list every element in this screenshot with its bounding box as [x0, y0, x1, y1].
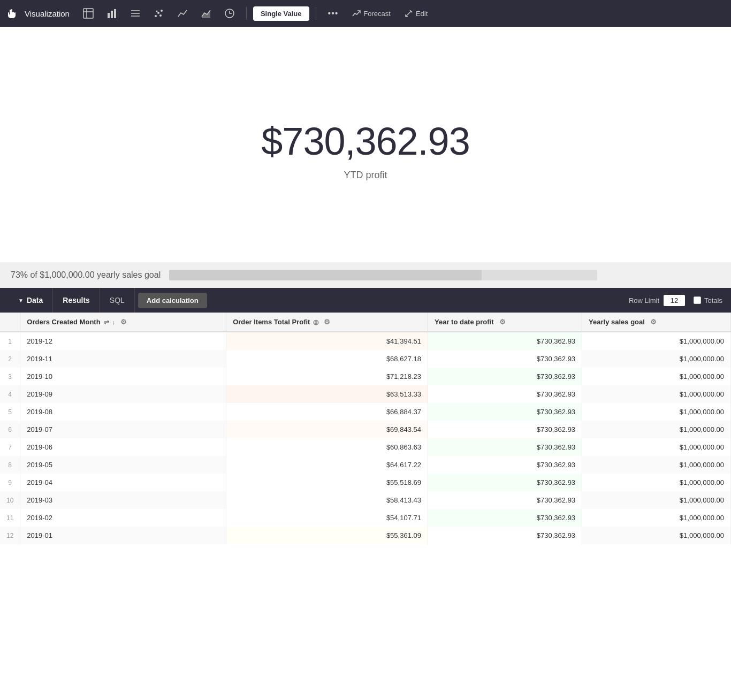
cell-profit: $54,107.71: [226, 509, 428, 527]
cell-goal: $1,000,000.00: [582, 332, 731, 350]
hand-icon: [6, 8, 17, 19]
total-profit-filter-icon[interactable]: ◎: [313, 318, 318, 326]
cell-ytd: $730,362.93: [428, 332, 582, 350]
data-panel-header: ▼ Data Results SQL Add calculation Row L…: [0, 288, 731, 313]
cell-row-num: 1: [0, 332, 20, 350]
cell-goal: $1,000,000.00: [582, 509, 731, 527]
edit-btn[interactable]: Edit: [399, 6, 433, 21]
scatter-btn[interactable]: [149, 4, 169, 22]
cell-profit: $60,863.63: [226, 438, 428, 456]
goal-bar-track: [169, 270, 597, 280]
totals-checkbox[interactable]: [694, 296, 701, 304]
cell-goal: $1,000,000.00: [582, 403, 731, 421]
sort-desc-icon[interactable]: ↓: [112, 319, 116, 325]
more-btn[interactable]: •••: [323, 5, 344, 21]
cell-ytd: $730,362.93: [428, 527, 582, 544]
cell-goal: $1,000,000.00: [582, 385, 731, 403]
cell-month: 2019-09: [20, 385, 226, 403]
svg-point-10: [157, 12, 159, 14]
orders-month-gear-icon[interactable]: ⚙: [118, 318, 129, 326]
forecast-icon: [352, 9, 361, 18]
svg-point-13: [156, 11, 157, 12]
table-row: 3 2019-10 $71,218.23 $730,362.93 $1,000,…: [0, 368, 731, 385]
svg-line-17: [407, 11, 411, 15]
data-table-wrapper: Orders Created Month ⇌ ↓ ⚙ Order Items T…: [0, 313, 731, 544]
cell-profit: $68,627.18: [226, 350, 428, 368]
yearly-goal-gear-icon[interactable]: ⚙: [648, 318, 659, 326]
data-table: Orders Created Month ⇌ ↓ ⚙ Order Items T…: [0, 313, 731, 544]
more-dots: •••: [328, 9, 339, 18]
cell-row-num: 2: [0, 350, 20, 368]
cell-ytd: $730,362.93: [428, 350, 582, 368]
cell-ytd: $730,362.93: [428, 474, 582, 491]
cell-row-num: 8: [0, 456, 20, 474]
logo-area: [6, 8, 17, 19]
cell-row-num: 10: [0, 491, 20, 509]
sort-filter-icon[interactable]: ⇌: [104, 318, 109, 326]
visualization-label: Visualization: [25, 9, 70, 18]
yearly-goal-label: Yearly sales goal: [589, 318, 645, 326]
main-value: $730,362.93: [261, 119, 469, 163]
cell-profit: $64,617.22: [226, 456, 428, 474]
data-tab[interactable]: ▼ Data: [9, 288, 53, 313]
cell-goal: $1,000,000.00: [582, 491, 731, 509]
value-label: YTD profit: [344, 170, 387, 181]
row-limit-input[interactable]: [664, 295, 685, 306]
svg-rect-4: [111, 11, 113, 18]
cell-month: 2019-07: [20, 421, 226, 438]
cell-row-num: 7: [0, 438, 20, 456]
forecast-label: Forecast: [363, 10, 391, 18]
row-limit-label: Row Limit: [629, 296, 659, 305]
cell-profit: $71,218.23: [226, 368, 428, 385]
ytd-profit-gear-icon[interactable]: ⚙: [497, 318, 508, 326]
table-row: 10 2019-03 $58,413.43 $730,362.93 $1,000…: [0, 491, 731, 509]
cell-goal: $1,000,000.00: [582, 421, 731, 438]
cell-ytd: $730,362.93: [428, 403, 582, 421]
col-header-orders-month: Orders Created Month ⇌ ↓ ⚙: [20, 313, 226, 332]
totals-label: Totals: [704, 296, 722, 305]
cell-ytd: $730,362.93: [428, 421, 582, 438]
table-row: 8 2019-05 $64,617.22 $730,362.93 $1,000,…: [0, 456, 731, 474]
forecast-btn[interactable]: Forecast: [347, 6, 396, 21]
add-calculation-btn[interactable]: Add calculation: [138, 293, 207, 308]
list-view-btn[interactable]: [125, 4, 146, 22]
clock-chart-btn[interactable]: [219, 4, 240, 22]
table-row: 4 2019-09 $63,513.33 $730,362.93 $1,000,…: [0, 385, 731, 403]
total-profit-gear-icon[interactable]: ⚙: [322, 318, 332, 326]
goal-bar-area: 73% of $1,000,000.00 yearly sales goal: [0, 262, 731, 288]
cell-row-num: 9: [0, 474, 20, 491]
svg-point-9: [155, 15, 157, 17]
cell-month: 2019-10: [20, 368, 226, 385]
sql-tab-label: SQL: [110, 296, 125, 305]
separator-1: [246, 7, 247, 20]
table-row: 1 2019-12 $41,394.51 $730,362.93 $1,000,…: [0, 332, 731, 350]
bar-chart-btn[interactable]: [102, 4, 122, 22]
separator-2: [316, 7, 316, 20]
cell-month: 2019-08: [20, 403, 226, 421]
cell-goal: $1,000,000.00: [582, 368, 731, 385]
cell-ytd: $730,362.93: [428, 491, 582, 509]
table-row: 12 2019-01 $55,361.09 $730,362.93 $1,000…: [0, 527, 731, 544]
table-row: 11 2019-02 $54,107.71 $730,362.93 $1,000…: [0, 509, 731, 527]
svg-line-19: [411, 11, 412, 12]
cell-profit: $41,394.51: [226, 332, 428, 350]
svg-rect-0: [83, 9, 93, 18]
table-row: 9 2019-04 $55,518.69 $730,362.93 $1,000,…: [0, 474, 731, 491]
table-view-btn[interactable]: [78, 4, 98, 22]
toolbar: Visualization: [0, 0, 731, 27]
cell-profit: $55,518.69: [226, 474, 428, 491]
single-value-display: $730,362.93 YTD profit: [0, 27, 731, 262]
cell-month: 2019-05: [20, 456, 226, 474]
sql-tab[interactable]: SQL: [100, 288, 135, 313]
area-chart-btn[interactable]: [196, 4, 216, 22]
results-tab[interactable]: Results: [53, 288, 100, 313]
svg-rect-3: [108, 13, 110, 18]
goal-bar-fill: [169, 270, 482, 280]
cell-goal: $1,000,000.00: [582, 438, 731, 456]
line-chart-btn[interactable]: [172, 4, 193, 22]
single-value-btn[interactable]: Single Value: [253, 6, 309, 21]
cell-row-num: 5: [0, 403, 20, 421]
cell-month: 2019-04: [20, 474, 226, 491]
cell-profit: $63,513.33: [226, 385, 428, 403]
row-limit-area: Row Limit: [629, 295, 685, 306]
